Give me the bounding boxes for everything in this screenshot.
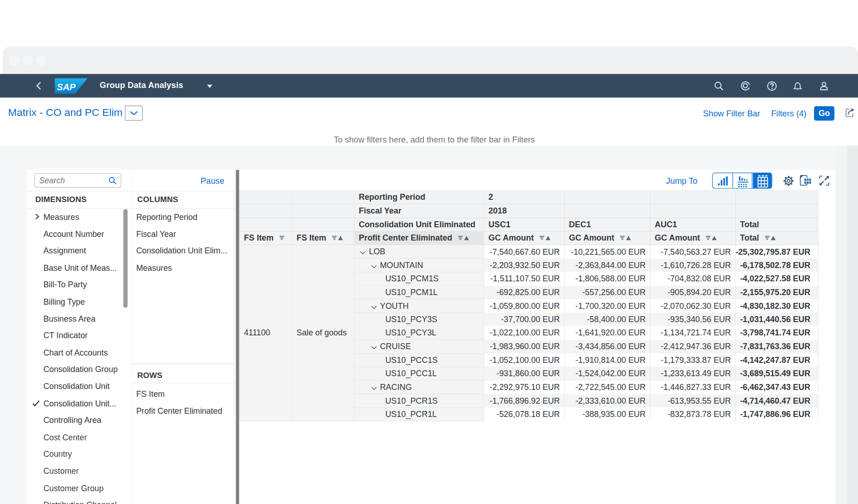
- svg-text:SAP: SAP: [57, 82, 76, 92]
